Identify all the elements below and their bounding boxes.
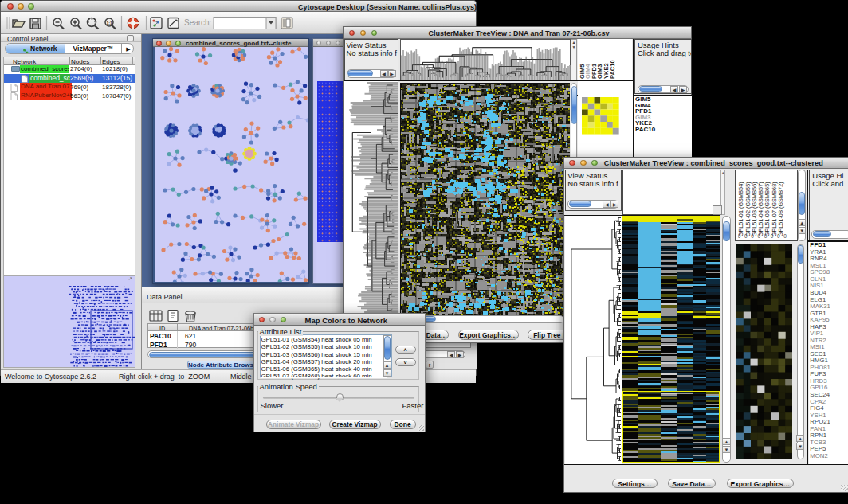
svg-text:1:1: 1:1 (107, 21, 112, 25)
svg-text:Search:: Search: (184, 18, 211, 27)
